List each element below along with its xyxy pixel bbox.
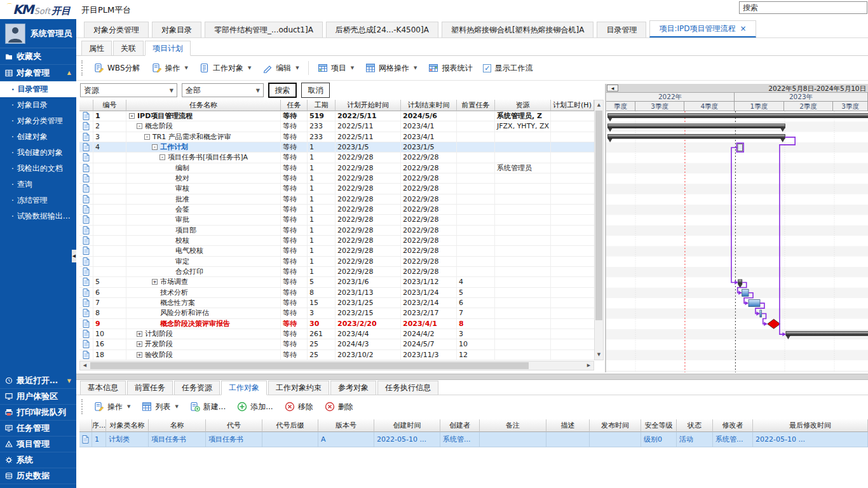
toolbar-button-添加[interactable]: 添加...: [231, 398, 278, 416]
grid-header-工期[interactable]: 工期: [308, 100, 336, 111]
sidebar-item-sub[interactable]: ·对象分类管理: [0, 113, 76, 129]
table-header-序...[interactable]: 序...: [92, 419, 106, 432]
detail-tab-任务执行信息[interactable]: 任务执行信息: [377, 381, 438, 395]
tab-后桥壳总成[24...-K4500]A[interactable]: 后桥壳总成[24...-K4500]A: [326, 22, 438, 37]
vscroll-thumb[interactable]: [595, 111, 602, 320]
table-header-备注[interactable]: 备注: [480, 419, 546, 432]
tab-对象分类管理[interactable]: 对象分类管理: [84, 22, 149, 37]
task-grid-vscrollbar[interactable]: ▲ ▼: [594, 100, 604, 360]
detail-tab-基本信息[interactable]: 基本信息: [80, 381, 126, 395]
task-grid-hscrollbar[interactable]: ◀ ▶: [79, 361, 594, 370]
gantt-task-bar-selected[interactable]: [738, 144, 743, 151]
task-row[interactable]: 电气校核等待12022/9/282022/9/28: [79, 246, 594, 256]
toolbar-button-报表统计[interactable]: 报表统计: [423, 59, 478, 77]
toolbar-button-操作[interactable]: 操作▼: [88, 398, 136, 416]
search-button[interactable]: 搜索: [268, 83, 297, 98]
gantt-summary-bar[interactable]: [786, 332, 868, 336]
scroll-right-icon[interactable]: ▶: [584, 362, 593, 370]
close-icon[interactable]: ×: [740, 24, 747, 33]
table-header-修改者[interactable]: 修改者: [713, 419, 753, 432]
task-row[interactable]: 2-概念阶段等待2332022/5/112023/4/1JFZX, YHTY, …: [79, 121, 594, 132]
toolbar-button-网格操作[interactable]: 网格操作▼: [360, 59, 423, 77]
subtab-关联[interactable]: 关联: [113, 41, 144, 56]
grid-header-计划结束时间[interactable]: 计划结束时间: [401, 100, 457, 111]
sidebar-collapse-handle[interactable]: ◀: [72, 250, 76, 262]
gantt-task-bar[interactable]: [760, 310, 762, 317]
toolbar-button-操作[interactable]: 操作▼: [146, 59, 194, 77]
sidebar-item-sub[interactable]: ·我检出的文档: [0, 161, 76, 177]
chevron-up-icon[interactable]: ▲: [67, 70, 71, 76]
task-row[interactable]: 会签等待12022/9/282022/9/28: [79, 205, 594, 215]
task-row[interactable]: 1-IPD项目管理流程等待5192022/5/112024/5/6系统管理员, …: [79, 111, 594, 121]
sidebar-item-sub[interactable]: ·我创建的对象: [0, 145, 76, 161]
sidebar-item-object-management[interactable]: 对象管理▲: [0, 65, 76, 81]
chevron-down-icon[interactable]: ▼: [67, 378, 71, 384]
sidebar-item-sub[interactable]: ·对象目录: [0, 97, 76, 113]
user-block[interactable]: 系统管理员: [0, 19, 76, 48]
toolbar-button-编辑[interactable]: 编辑▼: [257, 59, 304, 77]
sidebar-item-sub[interactable]: ·查询: [0, 177, 76, 193]
task-row[interactable]: 审核等待12022/9/282022/9/28: [79, 184, 594, 194]
sidebar-item-monitor[interactable]: 用户体验区: [0, 389, 76, 405]
task-row[interactable]: 校对等待12022/9/282022/9/28: [79, 173, 594, 184]
cancel-button[interactable]: 取消: [301, 83, 330, 98]
grid-header-计划工时(H)[interactable]: 计划工时(H): [551, 100, 594, 111]
gantt-summary-bar[interactable]: [608, 124, 785, 128]
checkbox-checked-icon[interactable]: ✓: [483, 64, 491, 72]
scroll-down-icon[interactable]: ▼: [595, 350, 603, 360]
work-object-row[interactable]: 1计划类项目任务书项目任务书A2022-05-10 ...系统管...级别0活动…: [79, 432, 868, 447]
scope-filter-select[interactable]: 全部▼: [182, 83, 264, 97]
sidebar-item-clock[interactable]: 最近打开…▼: [0, 373, 76, 389]
toolbar-button-项目[interactable]: 项目▼: [312, 59, 360, 77]
sidebar-item-gear[interactable]: 系统: [0, 452, 76, 468]
toolbar-button-移除[interactable]: 移除: [279, 398, 319, 416]
scroll-up-icon[interactable]: ▲: [595, 100, 603, 110]
task-row[interactable]: 10+计划阶段等待2612023/4/42024/4/23: [79, 329, 594, 339]
table-header-icon[interactable]: [79, 419, 92, 432]
task-row[interactable]: 6技术分析等待82023/1/132023/1/245: [79, 288, 594, 298]
detail-tab-前置任务[interactable]: 前置任务: [127, 381, 173, 395]
expand-icon[interactable]: +: [137, 352, 142, 358]
task-row[interactable]: -项目任务书[项目任务书]A等待12022/9/282022/9/28: [79, 152, 594, 163]
subtab-项目计划[interactable]: 项目计划: [145, 41, 191, 56]
toolbar-button-删除[interactable]: 删除: [319, 398, 359, 416]
collapse-icon[interactable]: -: [159, 154, 165, 160]
task-row[interactable]: 8风险分析和评估等待32023/2/152023/2/177: [79, 308, 594, 318]
grid-header-资源[interactable]: 资源: [495, 100, 551, 111]
show-workflow-checkbox[interactable]: ✓显示工作流: [483, 63, 532, 74]
expand-icon[interactable]: +: [152, 279, 158, 285]
table-header-对象类名称[interactable]: 对象类名称: [106, 419, 149, 432]
task-row[interactable]: 校核等待12022/9/282022/9/28: [79, 236, 594, 246]
task-row[interactable]: 5+市场调查等待52023/1/62023/1/124: [79, 277, 594, 287]
tab-项目:IPD项目管理流程[interactable]: 项目:IPD项目管理流程×: [649, 20, 756, 37]
collapse-icon[interactable]: -: [137, 123, 142, 129]
gantt-milestone-diamond[interactable]: [768, 319, 780, 329]
task-row[interactable]: 16+开发阶段等待252024/4/32024/5/710: [79, 339, 594, 349]
table-header-代号后缀[interactable]: 代号后缀: [262, 419, 318, 432]
task-row[interactable]: 批准等待12022/9/282022/9/28: [79, 194, 594, 205]
table-header-版本号[interactable]: 版本号: [318, 419, 374, 432]
grid-header-任务[interactable]: 任务: [281, 100, 308, 111]
tab-对象目录[interactable]: 对象目录: [152, 22, 201, 37]
grid-header-任务名称[interactable]: 任务名称: [126, 100, 281, 111]
sidebar-item-tasks[interactable]: 任务管理: [0, 421, 76, 437]
table-header-名称[interactable]: 名称: [149, 419, 206, 432]
table-header-创建时间[interactable]: 创建时间: [374, 419, 440, 432]
global-search-input[interactable]: [739, 1, 867, 14]
task-row[interactable]: 审定等待12022/9/282022/9/28: [79, 257, 594, 267]
task-row[interactable]: 18+验收阶段等待252023/10/22023/11/312: [79, 350, 594, 360]
task-row[interactable]: 编制等待12022/9/282022/9/28系统管理员: [79, 163, 594, 173]
tab-塑料热熔接铆合机[塑料热熔接铆合机]A[interactable]: 塑料热熔接铆合机[塑料热熔接铆合机]A: [442, 22, 594, 37]
collapse-icon[interactable]: -: [129, 113, 135, 119]
task-row[interactable]: 4-工作计划等待12023/1/52023/1/5: [79, 142, 594, 152]
hscroll-thumb[interactable]: [90, 362, 529, 369]
gantt-summary-bar[interactable]: [608, 134, 785, 139]
task-row[interactable]: 3-TR1 产品需求和概念评审等待2332022/5/112023/4/1: [79, 132, 594, 142]
sidebar-item-favorites[interactable]: 收藏夹: [0, 48, 76, 65]
gantt-task-bar[interactable]: [742, 289, 749, 296]
table-header-发布时间[interactable]: 发布时间: [590, 419, 641, 432]
task-row[interactable]: 项目部等待12022/9/282022/9/28: [79, 226, 594, 236]
sidebar-item-catalog-management-selected[interactable]: ·目录管理: [0, 81, 76, 97]
grid-header-前置任务[interactable]: 前置任务: [457, 100, 495, 111]
detail-tab-工作对象约束[interactable]: 工作对象约束: [268, 381, 329, 395]
